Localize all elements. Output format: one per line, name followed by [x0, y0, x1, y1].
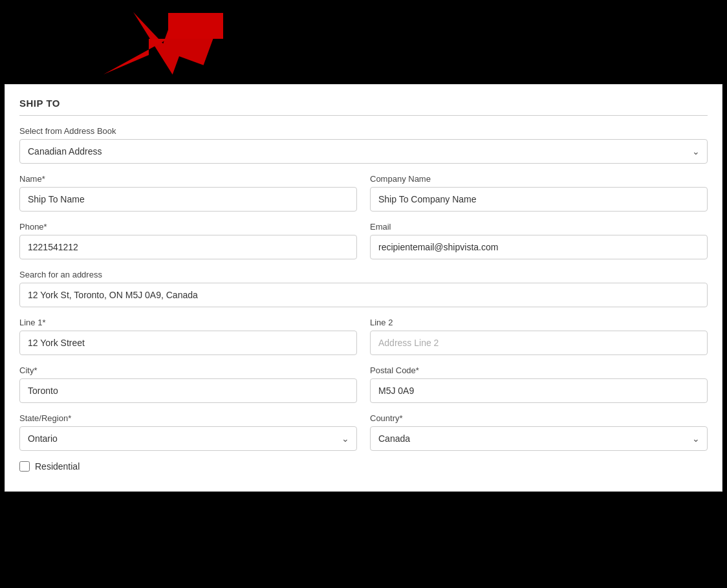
phone-label: Phone* [19, 222, 357, 232]
address-book-select-wrapper: Canadian Address US Address Other ⌄ [19, 139, 708, 164]
postal-code-label: Postal Code* [370, 365, 708, 375]
line2-label: Line 2 [370, 318, 708, 327]
address-book-label: Select from Address Book [19, 126, 708, 136]
state-region-label: State/Region* [19, 413, 357, 423]
name-label: Name* [19, 174, 357, 184]
name-input[interactable] [19, 187, 357, 212]
city-label: City* [19, 365, 357, 375]
country-select-wrapper: Canada United States Other ⌄ [370, 426, 708, 451]
line2-input[interactable] [370, 331, 708, 355]
phone-input[interactable] [19, 235, 357, 259]
company-name-input[interactable] [370, 187, 708, 212]
line1-label: Line 1* [19, 318, 357, 327]
svg-marker-1 [103, 13, 223, 74]
state-region-select[interactable]: Ontario Quebec British Columbia Alberta [19, 426, 357, 451]
company-name-label: Company Name [370, 174, 708, 184]
postal-code-input[interactable] [370, 378, 708, 403]
country-label: Country* [370, 413, 708, 423]
search-address-input[interactable] [19, 283, 708, 307]
email-label: Email [370, 222, 708, 232]
email-input[interactable] [370, 235, 708, 259]
city-input[interactable] [19, 378, 357, 403]
residential-checkbox[interactable] [19, 461, 30, 472]
country-select[interactable]: Canada United States Other [370, 426, 708, 451]
address-book-select[interactable]: Canadian Address US Address Other [19, 139, 708, 164]
section-title: SHIP TO [19, 98, 708, 116]
state-region-select-wrapper: Ontario Quebec British Columbia Alberta … [19, 426, 357, 451]
line1-input[interactable] [19, 331, 357, 355]
residential-label: Residential [35, 461, 80, 472]
search-address-label: Search for an address [19, 270, 708, 279]
